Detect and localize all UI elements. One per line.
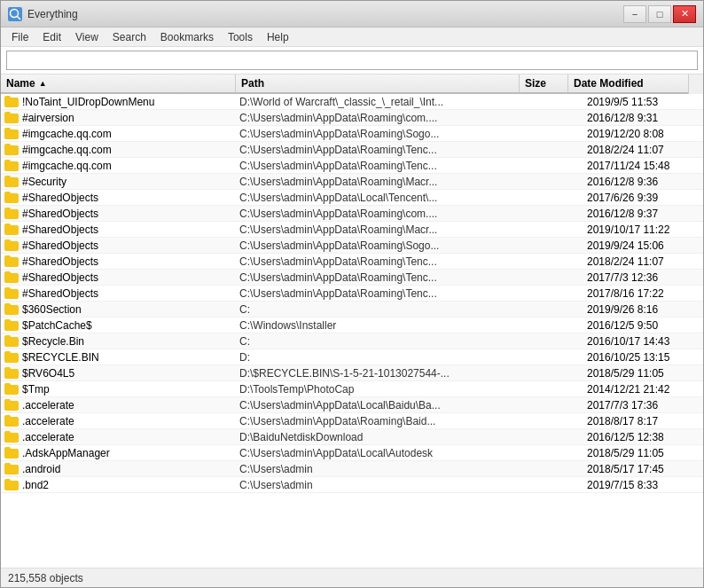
folder-icon bbox=[4, 383, 19, 395]
table-row[interactable]: $Recycle.BinC:2016/10/17 14:43 bbox=[1, 333, 703, 349]
table-row[interactable]: $TmpD:\ToolsTemp\PhotoCap2014/12/21 21:4… bbox=[1, 381, 703, 397]
cell-name: #imgcache.qq.com bbox=[1, 159, 236, 173]
table-row[interactable]: #SharedObjectsC:\Users\admin\AppData\Roa… bbox=[1, 270, 703, 286]
folder-icon bbox=[4, 144, 19, 155]
close-button[interactable]: ✕ bbox=[673, 5, 696, 23]
cell-name: .accelerate bbox=[1, 414, 236, 428]
cell-path: C:\Users\admin\AppData\Roaming\Tenc... bbox=[236, 159, 535, 173]
table-row[interactable]: #SharedObjectsC:\Users\admin\AppData\Roa… bbox=[1, 206, 703, 222]
cell-name: .AdskAppManager bbox=[1, 446, 236, 460]
svg-line-1 bbox=[18, 16, 21, 20]
svg-point-0 bbox=[11, 9, 19, 17]
cell-date: 2017/6/26 9:39 bbox=[583, 191, 703, 205]
cell-size bbox=[535, 357, 583, 358]
menu-edit[interactable]: Edit bbox=[35, 29, 68, 45]
cell-name: .bnd2 bbox=[1, 478, 236, 492]
cell-path: C: bbox=[236, 302, 535, 317]
cell-name: .android bbox=[1, 462, 236, 476]
cell-path: C:\Users\admin\AppData\Roaming\Sogo... bbox=[236, 239, 535, 253]
cell-path: C:\Users\admin\AppData\Roaming\Sogo... bbox=[236, 127, 535, 141]
name-text: .accelerate bbox=[22, 399, 74, 412]
table-row[interactable]: #SecurityC:\Users\admin\AppData\Roaming\… bbox=[1, 174, 703, 190]
folder-icon bbox=[4, 303, 19, 315]
window-title: Everything bbox=[27, 8, 623, 20]
folder-icon bbox=[4, 223, 19, 235]
name-text: .accelerate bbox=[22, 431, 74, 443]
table-row[interactable]: .accelerateD:\BaiduNetdiskDownload2016/1… bbox=[1, 429, 703, 445]
cell-name: $Recycle.Bin bbox=[1, 334, 236, 349]
menu-tools[interactable]: Tools bbox=[221, 29, 260, 45]
cell-size bbox=[535, 452, 583, 454]
menu-search[interactable]: Search bbox=[106, 29, 153, 45]
table-row[interactable]: .androidC:\Users\admin2018/5/17 17:45 bbox=[1, 461, 703, 477]
col-header-name[interactable]: Name ▲ bbox=[1, 74, 236, 92]
table-row[interactable]: #SharedObjectsC:\Users\admin\AppData\Roa… bbox=[1, 238, 703, 254]
cell-size bbox=[535, 309, 583, 310]
cell-date: 2018/5/29 11:05 bbox=[583, 446, 703, 460]
name-text: .accelerate bbox=[22, 415, 74, 427]
table-row[interactable]: #SharedObjectsC:\Users\admin\AppData\Roa… bbox=[1, 222, 703, 238]
name-text: #SharedObjects bbox=[22, 255, 98, 268]
table-row[interactable]: #SharedObjectsC:\Users\admin\AppData\Loc… bbox=[1, 190, 703, 206]
folder-icon bbox=[4, 255, 19, 267]
col-header-date[interactable]: Date Modified bbox=[568, 74, 688, 92]
table-row[interactable]: #airversionC:\Users\admin\AppData\Roamin… bbox=[1, 110, 703, 126]
cell-size bbox=[535, 149, 583, 151]
name-text: !NoTaint_UIDropDownMenu bbox=[22, 96, 154, 108]
folder-icon bbox=[4, 192, 19, 203]
table-row[interactable]: .AdskAppManagerC:\Users\admin\AppData\Lo… bbox=[1, 445, 703, 461]
maximize-button[interactable]: □ bbox=[648, 5, 671, 23]
name-text: #airversion bbox=[22, 112, 74, 124]
table-row[interactable]: .accelerateC:\Users\admin\AppData\Local\… bbox=[1, 397, 703, 413]
minimize-button[interactable]: − bbox=[623, 5, 646, 23]
menu-file[interactable]: File bbox=[4, 29, 35, 45]
folder-icon bbox=[4, 287, 19, 299]
table-row[interactable]: $RV6O4L5D:\$RECYCLE.BIN\S-1-5-21-1013027… bbox=[1, 365, 703, 381]
menu-bookmarks[interactable]: Bookmarks bbox=[153, 29, 221, 45]
cell-name: .accelerate bbox=[1, 430, 236, 444]
name-text: .bnd2 bbox=[22, 479, 49, 491]
table-row[interactable]: !NoTaint_UIDropDownMenuD:\World of Warcr… bbox=[1, 94, 703, 110]
cell-size bbox=[535, 468, 583, 470]
name-text: #SharedObjects bbox=[22, 271, 98, 284]
folder-icon bbox=[4, 399, 19, 411]
table-row[interactable]: .accelerateC:\Users\admin\AppData\Roamin… bbox=[1, 413, 703, 429]
table-row[interactable]: $RECYCLE.BIND:2016/10/25 13:15 bbox=[1, 349, 703, 365]
table-row[interactable]: .bnd2C:\Users\admin2019/7/15 8:33 bbox=[1, 477, 703, 493]
cell-date: 2016/12/8 9:37 bbox=[583, 207, 703, 221]
cell-date: 2019/10/17 11:22 bbox=[583, 223, 703, 237]
name-text: .AdskAppManager bbox=[22, 447, 110, 459]
table-row[interactable]: #imgcache.qq.comC:\Users\admin\AppData\R… bbox=[1, 158, 703, 174]
cell-path: C:\Users\admin\AppData\Roaming\Macr... bbox=[236, 223, 535, 237]
table-row[interactable]: $360SectionC:2019/9/26 8:16 bbox=[1, 302, 703, 318]
table-row[interactable]: #SharedObjectsC:\Users\admin\AppData\Roa… bbox=[1, 286, 703, 302]
folder-icon bbox=[4, 128, 19, 139]
scrollbar-header-spacer bbox=[688, 74, 703, 94]
cell-size bbox=[535, 372, 583, 374]
cell-name: $PatchCache$ bbox=[1, 318, 236, 333]
menu-view[interactable]: View bbox=[68, 29, 106, 45]
name-text: #imgcache.qq.com bbox=[22, 160, 112, 172]
table-row[interactable]: #imgcache.qq.comC:\Users\admin\AppData\R… bbox=[1, 142, 703, 158]
cell-path: D:\ToolsTemp\PhotoCap bbox=[236, 382, 535, 396]
menu-help[interactable]: Help bbox=[260, 29, 296, 45]
table-row[interactable]: #SharedObjectsC:\Users\admin\AppData\Roa… bbox=[1, 254, 703, 270]
cell-date: 2018/8/17 8:17 bbox=[583, 414, 703, 428]
cell-path: C:\Users\admin\AppData\Roaming\com.... bbox=[236, 207, 535, 221]
cell-name: #airversion bbox=[1, 111, 236, 125]
search-input[interactable] bbox=[6, 51, 698, 70]
cell-size bbox=[535, 388, 583, 390]
col-header-size[interactable]: Size bbox=[520, 74, 568, 92]
cell-date: 2019/7/15 8:33 bbox=[583, 478, 703, 492]
name-text: #Security bbox=[22, 176, 66, 188]
cell-path: C:\Users\admin\AppData\Roaming\Macr... bbox=[236, 175, 535, 189]
name-text: #SharedObjects bbox=[22, 208, 98, 220]
object-count: 215,558 objects bbox=[8, 572, 83, 584]
cell-path: C:\Users\admin\AppData\Roaming\Baid... bbox=[236, 414, 535, 428]
table-row[interactable]: $PatchCache$C:\Windows\Installer2016/12/… bbox=[1, 318, 703, 333]
table-row[interactable]: #imgcache.qq.comC:\Users\admin\AppData\R… bbox=[1, 126, 703, 142]
cell-path: C:\Users\admin bbox=[236, 462, 535, 476]
cell-size bbox=[535, 165, 583, 167]
cell-date: 2017/7/3 17:36 bbox=[583, 398, 703, 412]
col-header-path[interactable]: Path bbox=[236, 74, 520, 92]
